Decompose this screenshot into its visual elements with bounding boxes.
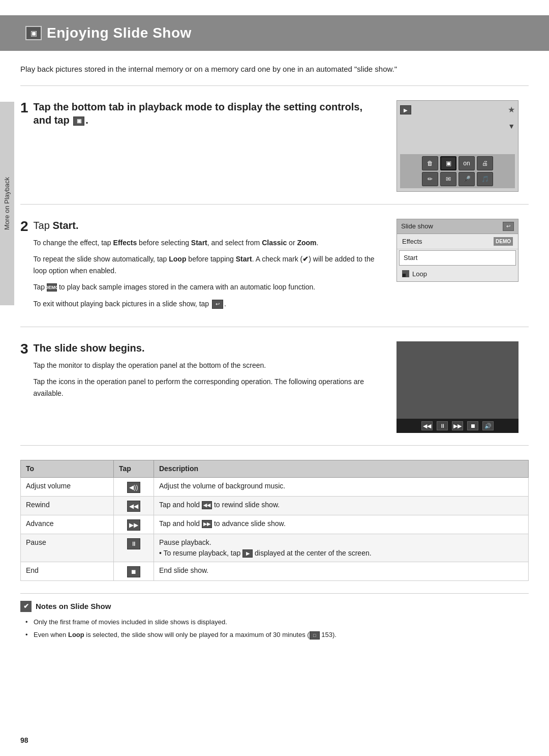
slideshow-icon: ▣ <box>73 117 84 126</box>
rewind-icon: ◀◀ <box>127 501 140 512</box>
step-3-title: The slide show begins. <box>34 341 381 355</box>
cam-btn-email[interactable]: ✉ <box>440 172 456 186</box>
col-to: To <box>21 460 114 477</box>
cam-toolbar-row-2: ✏ ✉ 🎤 🎵 <box>403 172 512 186</box>
step-2-right: Slide show ↩ Effects DEMO Start ■ Loop <box>396 219 529 282</box>
notes-item-1: Only the first frame of movies included … <box>25 617 529 628</box>
table-row: Rewind ◀◀ Tap and hold ◀◀ to rewind slid… <box>21 496 529 515</box>
step-3-title-text: The slide show begins. <box>34 342 145 354</box>
row-to-end: End <box>21 562 114 580</box>
ss-loop-label: Loop <box>412 269 427 279</box>
cam-arrow-down: ▼ <box>508 121 515 132</box>
ss-controls-bar: ◀◀ ⏸ ▶▶ ⏹ 🔊 <box>396 419 518 433</box>
ss-ctrl-rewind[interactable]: ◀◀ <box>421 421 433 430</box>
cam-btn-music[interactable]: 🎵 <box>477 172 493 186</box>
step-1-title: Tap the bottom tab in playback mode to d… <box>34 100 381 127</box>
cam-btn-edit[interactable]: ✏ <box>422 172 438 186</box>
intro-paragraph: Play back pictures stored in the interna… <box>20 63 529 86</box>
step-3-body: Tap the monitor to display the operation… <box>34 360 381 399</box>
step-3: 3 The slide show begins. Tap the monitor… <box>20 341 529 446</box>
col-tap: Tap <box>114 460 154 477</box>
step-3-number: 3 <box>20 341 28 357</box>
camera-ui-mockup: ▶ ★ ▼ 🗑 ▣ on 🖨 ✏ ✉ 🎤 🎵 <box>396 100 518 192</box>
step-2-para-1: To change the effect, tap Effects before… <box>34 237 381 248</box>
row-tap-advance: ▶▶ <box>114 515 154 534</box>
col-description: Description <box>154 460 528 477</box>
notes-icon: ✔ <box>20 601 32 612</box>
ss-ctrl-pause[interactable]: ⏸ <box>437 421 448 430</box>
ss-effects-row[interactable]: Effects DEMO <box>397 234 518 250</box>
table-row: Adjust volume ◀)) Adjust the volume of b… <box>21 477 529 496</box>
row-desc-rewind: Tap and hold ◀◀ to rewind slide show. <box>154 496 528 515</box>
step-2-title-normal: Tap <box>34 220 53 231</box>
step-2: 2 Tap Start. To change the effect, tap E… <box>20 219 529 327</box>
step-2-para-4: To exit without playing back pictures in… <box>34 298 381 309</box>
step-2-left: 2 Tap Start. To change the effect, tap E… <box>20 219 396 314</box>
notes-item-2: Even when Loop is selected, the slide sh… <box>25 630 529 641</box>
table-row: Advance ▶▶ Tap and hold ▶▶ to advance sl… <box>21 515 529 534</box>
table-row: End ⏹ End slide show. <box>21 562 529 580</box>
ss-loop-checkbox[interactable]: ■ <box>402 270 409 277</box>
ss-ctrl-stop[interactable]: ⏹ <box>467 421 478 430</box>
row-desc-pause: Pause playback.• To resume playback, tap… <box>154 534 528 562</box>
step-1-number: 1 <box>20 100 28 116</box>
cam-btn-slideshow[interactable]: ▣ <box>440 156 456 170</box>
camera-top-bar: ▶ ★ <box>400 104 515 116</box>
row-tap-end: ⏹ <box>114 562 154 580</box>
ss-start-row[interactable]: Start <box>399 250 516 266</box>
ss-ctrl-volume[interactable]: 🔊 <box>482 421 494 430</box>
main-content: ▣ Enjoying Slide Show Play back pictures… <box>20 0 529 663</box>
ss-loop-row[interactable]: ■ Loop <box>397 267 518 282</box>
step-2-title-bold: Start <box>52 220 76 231</box>
step-2-title: Tap Start. <box>34 219 381 232</box>
page-title: Enjoying Slide Show <box>47 22 192 44</box>
row-desc-advance: Tap and hold ▶▶ to advance slide show. <box>154 515 528 534</box>
step-3-para-2: Tap the icons in the operation panel to … <box>34 376 381 399</box>
row-to-volume: Adjust volume <box>21 477 114 496</box>
rewind-ref: ◀◀ <box>202 501 212 509</box>
ss-menu-title: Slide show <box>401 221 433 231</box>
notes-list: Only the first frame of movies included … <box>20 617 529 641</box>
notes-title: Notes on Slide Show <box>36 601 111 613</box>
sidebar: More on Playback <box>0 102 14 305</box>
step-1: 1 Tap the bottom tab in playback mode to… <box>20 100 529 205</box>
cam-star: ★ <box>508 104 515 116</box>
advance-icon: ▶▶ <box>127 519 140 531</box>
step-2-body: To change the effect, tap Effects before… <box>34 237 381 309</box>
table-header-row: To Tap Description <box>21 460 529 477</box>
ss-back-button[interactable]: ↩ <box>503 222 514 231</box>
ss-ctrl-advance[interactable]: ▶▶ <box>452 421 463 430</box>
cam-btn-on[interactable]: on <box>459 156 475 170</box>
step-1-right: ▶ ★ ▼ 🗑 ▣ on 🖨 ✏ ✉ 🎤 🎵 <box>396 100 529 192</box>
stop-icon: ⏹ <box>127 566 140 577</box>
pause-icon: ⏸ <box>127 538 140 549</box>
cam-toolbar: 🗑 ▣ on 🖨 ✏ ✉ 🎤 🎵 <box>400 154 515 188</box>
cam-play-icon: ▶ <box>400 105 411 114</box>
step-1-period: . <box>85 114 88 126</box>
ss-effects-label: Effects <box>402 237 422 247</box>
row-desc-end: End slide show. <box>154 562 528 580</box>
cam-btn-voice[interactable]: 🎤 <box>459 172 475 186</box>
cam-btn-print[interactable]: 🖨 <box>477 156 493 170</box>
row-to-pause: Pause <box>21 534 114 562</box>
step-2-title-period: . <box>76 220 79 231</box>
cam-toolbar-row-1: 🗑 ▣ on 🖨 <box>403 156 512 170</box>
row-tap-volume: ◀)) <box>114 477 154 496</box>
slideshow-screen-mockup: ◀◀ ⏸ ▶▶ ⏹ 🔊 <box>396 341 518 433</box>
table-row: Pause ⏸ Pause playback.• To resume playb… <box>21 534 529 562</box>
page-header: ▣ Enjoying Slide Show <box>0 15 549 51</box>
row-desc-volume: Adjust the volume of background music. <box>154 477 528 496</box>
notes-header: ✔ Notes on Slide Show <box>20 601 529 613</box>
demo-icon: DEMO <box>47 283 57 292</box>
step-3-right: ◀◀ ⏸ ▶▶ ⏹ 🔊 <box>396 341 529 433</box>
ref-box-153: □ <box>310 631 320 639</box>
step-3-left: 3 The slide show begins. Tap the monitor… <box>20 341 396 404</box>
slideshow-menu-ui: Slide show ↩ Effects DEMO Start ■ Loop <box>396 219 518 282</box>
step-2-number: 2 <box>20 219 28 235</box>
step-1-left: 1 Tap the bottom tab in playback mode to… <box>20 100 396 132</box>
cam-btn-delete[interactable]: 🗑 <box>422 156 438 170</box>
row-tap-pause: ⏸ <box>114 534 154 562</box>
ss-start-label: Start <box>404 253 417 263</box>
row-to-rewind: Rewind <box>21 496 114 515</box>
ss-demo-badge: DEMO <box>494 237 513 246</box>
